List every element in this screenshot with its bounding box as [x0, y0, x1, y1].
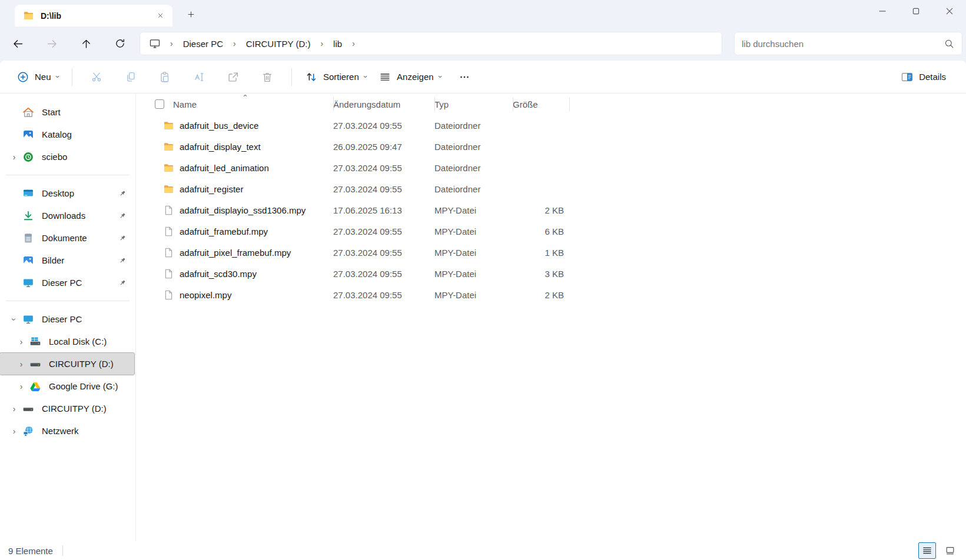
sidebar-tree-item[interactable]: › Netzwerk — [0, 420, 133, 442]
file-size: 3 KB — [513, 269, 570, 279]
chevron-right-icon[interactable]: › — [165, 39, 178, 48]
column-divider[interactable] — [569, 97, 570, 111]
chevron-right-icon[interactable]: › — [315, 39, 328, 48]
paste-button[interactable] — [151, 65, 178, 89]
file-icon — [163, 247, 174, 258]
explorer-tab[interactable]: D:\lib — [15, 5, 172, 26]
sort-icon — [305, 71, 318, 84]
file-row[interactable]: adafruit_displayio_ssd1306.mpy 17.06.202… — [150, 199, 966, 221]
sidebar-item-label: Desktop — [42, 188, 74, 198]
expander-chevron[interactable]: › — [14, 382, 28, 391]
folder-icon — [163, 120, 174, 131]
folder-icon — [163, 141, 174, 152]
sidebar-tree-item[interactable]: › Dieser PC — [0, 308, 133, 330]
file-name-cell: adafruit_bus_device — [163, 120, 333, 131]
trash-icon — [261, 71, 274, 84]
search-box — [734, 32, 962, 55]
file-date: 27.03.2024 09:55 — [333, 226, 434, 236]
forward-button[interactable] — [41, 33, 62, 54]
chevron-down-icon: › — [361, 75, 370, 78]
sort-button[interactable]: Sortieren › — [299, 65, 373, 89]
details-pane-button[interactable]: Details — [895, 65, 952, 89]
chevron-right-icon[interactable]: › — [228, 39, 241, 48]
file-row[interactable]: neopixel.mpy 27.03.2024 09:55 MPY-Datei … — [150, 284, 966, 305]
close-button[interactable] — [932, 0, 966, 22]
up-button[interactable] — [75, 33, 97, 54]
sidebar-item-label: Downloads — [42, 211, 85, 221]
expander-chevron[interactable]: › — [9, 312, 19, 326]
sidebar-item[interactable]: Dieser PC — [0, 272, 133, 294]
breadcrumb-item[interactable]: CIRCUITPY (D:) — [241, 36, 316, 52]
details-button-label: Details — [919, 72, 946, 82]
cut-button[interactable] — [83, 65, 110, 89]
drive-icon — [29, 358, 41, 370]
column-divider[interactable] — [434, 97, 435, 111]
maximize-button[interactable] — [899, 0, 932, 22]
sidebar-item[interactable]: Downloads — [0, 205, 133, 226]
file-name-cell: adafruit_framebuf.mpy — [163, 226, 333, 237]
column-divider[interactable] — [513, 97, 513, 111]
column-divider[interactable] — [333, 97, 334, 111]
expander-chevron[interactable]: › — [7, 426, 21, 436]
more-button[interactable] — [451, 65, 478, 89]
content-sheet: Neu › Sortieren › Anzeigen › — [0, 61, 966, 560]
sidebar-tree-item[interactable]: › Google Drive (G:) — [0, 375, 133, 397]
column-header-size[interactable]: Größe — [513, 94, 570, 115]
expander-chevron[interactable]: › — [14, 359, 28, 369]
view-lines-icon — [379, 71, 391, 84]
file-row[interactable]: adafruit_scd30.mpy 27.03.2024 09:55 MPY-… — [150, 263, 966, 284]
file-row[interactable]: adafruit_register 27.03.2024 09:55 Datei… — [150, 178, 966, 199]
sidebar-item[interactable]: Start — [0, 101, 133, 123]
minimize-button[interactable] — [865, 0, 899, 22]
rename-button[interactable] — [185, 65, 213, 89]
sidebar-tree-item[interactable]: › Local Disk (C:) — [0, 331, 133, 352]
search-icon[interactable] — [944, 38, 955, 49]
sidebar-tree-item[interactable]: › CIRCUITPY (D:) — [0, 353, 134, 375]
view-button[interactable]: Anzeigen › — [373, 65, 447, 89]
tab-title: D:\lib — [41, 11, 146, 21]
column-header-type[interactable]: Typ — [434, 94, 513, 115]
back-button[interactable] — [7, 33, 28, 54]
sidebar-tree-item[interactable]: › CIRCUITPY (D:) — [0, 398, 133, 419]
monitor-icon[interactable] — [145, 34, 165, 54]
select-all-checkbox[interactable] — [155, 99, 164, 109]
list-view-toggle[interactable] — [918, 542, 936, 559]
breadcrumb-item[interactable]: Dieser PC — [178, 36, 228, 52]
file-icon — [163, 268, 174, 279]
search-input[interactable] — [742, 39, 944, 49]
sidebar-item[interactable]: Dokumente — [0, 227, 133, 249]
file-row[interactable]: adafruit_bus_device 27.03.2024 09:55 Dat… — [150, 115, 966, 136]
address-bar[interactable]: › Dieser PC › CIRCUITPY (D:) › lib — [140, 32, 722, 55]
file-row[interactable]: adafruit_display_text 26.09.2025 09:47 D… — [150, 136, 966, 157]
refresh-button[interactable] — [109, 33, 131, 54]
file-date: 27.03.2024 09:55 — [333, 121, 434, 131]
file-row[interactable]: adafruit_led_animation 27.03.2024 09:55 … — [150, 157, 966, 178]
column-header-date[interactable]: Änderungsdatum — [333, 94, 434, 115]
file-row[interactable]: adafruit_pixel_framebuf.mpy 27.03.2024 0… — [150, 242, 966, 263]
copy-button[interactable] — [117, 65, 144, 89]
column-header-name[interactable]: Name — [172, 94, 333, 115]
expander-chevron[interactable]: › — [7, 404, 21, 414]
delete-button[interactable] — [254, 65, 281, 89]
chevron-down-icon: › — [436, 75, 444, 78]
file-date: 27.03.2024 09:55 — [333, 184, 434, 194]
tile-view-toggle[interactable] — [941, 542, 959, 559]
share-icon — [227, 71, 240, 84]
expander-chevron[interactable]: › — [14, 337, 28, 346]
sidebar-item[interactable]: › sciebo — [0, 146, 133, 168]
tile-view-icon — [944, 545, 956, 556]
sidebar-item[interactable]: Desktop — [0, 182, 133, 204]
share-button[interactable] — [220, 65, 247, 89]
sidebar-item[interactable]: Bilder — [0, 249, 133, 271]
file-name-cell: adafruit_pixel_framebuf.mpy — [163, 247, 333, 258]
file-row[interactable]: adafruit_framebuf.mpy 27.03.2024 09:55 M… — [150, 221, 966, 242]
new-tab-button[interactable] — [182, 5, 200, 23]
file-date: 27.03.2024 09:55 — [333, 269, 434, 279]
breadcrumb-item[interactable]: lib — [328, 36, 347, 52]
sidebar-top-section: Start Katalog › sciebo — [0, 101, 135, 168]
tab-close-icon[interactable] — [152, 8, 168, 24]
new-button[interactable]: Neu › — [11, 65, 65, 89]
expander-chevron[interactable]: › — [7, 152, 21, 162]
chevron-right-icon[interactable]: › — [347, 39, 360, 48]
sidebar-item[interactable]: Katalog — [0, 124, 133, 145]
